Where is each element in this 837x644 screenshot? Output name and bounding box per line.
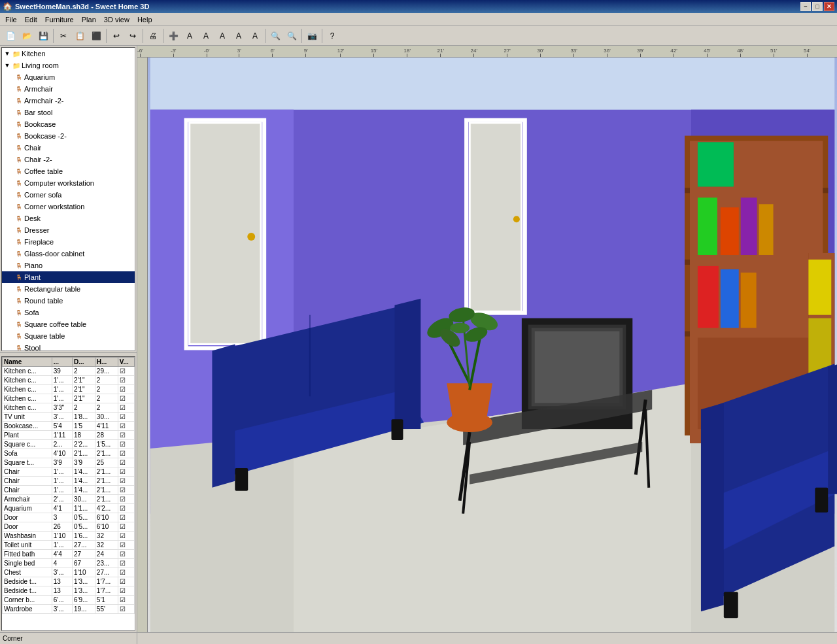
menu-item-furniture[interactable]: Furniture — [41, 14, 78, 25]
table-row[interactable]: Bedside t...131'3...1'7...☑ — [3, 586, 135, 596]
tree-item-bar-stool[interactable]: 🪑Bar stool — [2, 107, 135, 118]
tree-item-piano[interactable]: 🪑Piano — [2, 260, 135, 271]
toolbar-separator — [163, 29, 163, 43]
toolbar-button[interactable]: A — [247, 28, 263, 44]
table-row[interactable]: Kitchen c...39229...☑ — [3, 367, 135, 376]
tree-view[interactable]: ▼📁Kitchen▼📁Living room🪑Aquarium🪑Armchair… — [1, 47, 135, 351]
tree-item-glass-door-cabinet[interactable]: 🪑Glass-door cabinet — [2, 248, 135, 260]
table-row[interactable]: Corner b...6'...6'9...5'1☑ — [3, 596, 135, 605]
tree-item-bookcase[interactable]: 🪑Bookcase — [2, 118, 135, 130]
tree-item-armchair--2-[interactable]: 🪑Armchair -2- — [2, 95, 135, 107]
menu-item-plan[interactable]: Plan — [78, 14, 100, 25]
tree-item-fireplace[interactable]: 🪑Fireplace — [2, 236, 135, 248]
table-row[interactable]: Sofa4'102'1...2'1...☑ — [3, 449, 135, 458]
table-row[interactable]: Door30'5...6'10☑ — [3, 513, 135, 522]
table-row[interactable]: Bookcase...5'41'54'11☑ — [3, 422, 135, 431]
table-cell: 6'10 — [95, 522, 118, 532]
tree-item-plant[interactable]: 🪑Plant — [2, 271, 135, 283]
table-column-header[interactable]: Name — [3, 358, 52, 367]
table-row[interactable]: Fitted bath4'42724☑ — [3, 550, 135, 559]
table-row[interactable]: Kitchen c...3'3"22☑ — [3, 403, 135, 413]
table-row[interactable]: Kitchen c...1'...2'1"2☑ — [3, 385, 135, 394]
tree-item-corner-sofa[interactable]: 🪑Corner sofa — [2, 189, 135, 201]
toolbar-button[interactable]: A — [214, 28, 230, 44]
table-row[interactable]: Kitchen c...1'...2'1"2☑ — [3, 394, 135, 403]
tree-item-rectangular-table[interactable]: 🪑Rectangular table — [2, 283, 135, 295]
table-column-header[interactable]: V... — [118, 358, 134, 367]
table-row[interactable]: Chair1'...1'4...2'1...☑ — [3, 486, 135, 495]
toolbar-button[interactable]: ⬛ — [88, 28, 104, 44]
minimize-button[interactable]: − — [800, 2, 811, 11]
3d-view[interactable]: -6'-3'-0'3'6'9'12'15'18'21'24'27'30'33'3… — [137, 46, 837, 644]
toolbar-button[interactable]: 📷 — [304, 28, 320, 44]
toolbar-button[interactable]: 🔍 — [267, 28, 283, 44]
toolbar-button[interactable]: A — [231, 28, 247, 44]
toolbar-button[interactable]: ? — [324, 28, 340, 44]
tree-item-square-table[interactable]: 🪑Square table — [2, 330, 135, 342]
table-row[interactable]: Wardrobe3'...19...55'☑ — [3, 605, 135, 614]
tree-item-dresser[interactable]: 🪑Dresser — [2, 224, 135, 236]
tree-item-computer-workstation[interactable]: 🪑Computer workstation — [2, 177, 135, 189]
toolbar-button[interactable]: A — [198, 28, 214, 44]
ruler-label: 30' — [537, 48, 543, 54]
table-row[interactable]: Washbasin1'101'6...32☑ — [3, 532, 135, 541]
tree-item-living-room[interactable]: ▼📁Living room — [2, 59, 135, 71]
table-row[interactable]: Single bed46723...☑ — [3, 559, 135, 568]
table-row[interactable]: Aquarium4'11'1...4'2...☑ — [3, 504, 135, 513]
tree-item-stool[interactable]: 🪑Stool — [2, 342, 135, 351]
tree-item-chair--2-[interactable]: 🪑Chair -2- — [2, 154, 135, 165]
table-row[interactable]: TV unit3'...1'8...30...☑ — [3, 413, 135, 422]
table-column-header[interactable]: ... — [52, 358, 72, 367]
menu-item-file[interactable]: File — [1, 14, 21, 25]
expand-icon[interactable]: ▼ — [3, 50, 11, 58]
table-row[interactable]: Toilet unit1'...27...32☑ — [3, 541, 135, 550]
table-cell: 32 — [95, 532, 118, 541]
toolbar-button[interactable]: 📂 — [19, 28, 35, 44]
tree-item-corner-workstation[interactable]: 🪑Corner workstation — [2, 201, 135, 212]
tree-item-kitchen[interactable]: ▼📁Kitchen — [2, 48, 135, 59]
toolbar-button[interactable]: ↩ — [109, 28, 124, 44]
titlebar-controls[interactable]: − □ ✕ — [800, 2, 834, 11]
toolbar-button[interactable]: A — [182, 28, 197, 44]
toolbar-button[interactable]: ✂ — [56, 28, 71, 44]
table-row[interactable]: Chair1'...1'4...2'1...☑ — [3, 477, 135, 486]
ruler-label: 54' — [804, 48, 810, 54]
toolbar-button[interactable]: 📋 — [72, 28, 88, 44]
table-column-header[interactable]: D... — [72, 358, 95, 367]
table-row[interactable]: Kitchen c...1'...2'1"2☑ — [3, 376, 135, 385]
panel-resize-handle[interactable] — [0, 352, 137, 355]
toolbar-button[interactable]: 🔍 — [284, 28, 299, 44]
tree-item-sofa[interactable]: 🪑Sofa — [2, 307, 135, 318]
close-button[interactable]: ✕ — [824, 2, 834, 11]
maximize-button[interactable]: □ — [812, 2, 823, 11]
tree-item-armchair[interactable]: 🪑Armchair — [2, 83, 135, 95]
data-table-container[interactable]: Name...D...H...V... Kitchen c...39229...… — [1, 356, 135, 631]
toolbar-button[interactable]: 🖨 — [145, 28, 161, 44]
table-row[interactable]: Door260'5...6'10☑ — [3, 522, 135, 532]
toolbar-button[interactable]: 💾 — [35, 28, 51, 44]
table-row[interactable]: Plant1'111828☑ — [3, 431, 135, 440]
table-row[interactable]: Chest3'...1'1027...☑ — [3, 568, 135, 577]
tree-item-aquarium[interactable]: 🪑Aquarium — [2, 71, 135, 83]
expand-icon[interactable]: ▼ — [3, 61, 11, 69]
tree-item-round-table[interactable]: 🪑Round table — [2, 295, 135, 307]
toolbar-button[interactable]: ➕ — [165, 28, 181, 44]
table-cell: 6'10 — [95, 513, 118, 522]
menu-item-edit[interactable]: Edit — [21, 14, 41, 25]
table-column-header[interactable]: H... — [95, 358, 118, 367]
table-row[interactable]: Chair1'...1'4...2'1...☑ — [3, 467, 135, 477]
tree-item-desk[interactable]: 🪑Desk — [2, 212, 135, 224]
tree-item-bookcase--2-[interactable]: 🪑Bookcase -2- — [2, 130, 135, 142]
tree-item-chair[interactable]: 🪑Chair — [2, 142, 135, 154]
table-row[interactable]: Armchair2'...30...2'1...☑ — [3, 495, 135, 504]
menu-item-help[interactable]: Help — [133, 14, 156, 25]
table-row[interactable]: Square t...3'93'925☑ — [3, 458, 135, 467]
table-row[interactable]: Square c...2...2'2...1'5...☑ — [3, 440, 135, 449]
toolbar-button[interactable]: ↪ — [125, 28, 141, 44]
tree-item-coffee-table[interactable]: 🪑Coffee table — [2, 165, 135, 177]
table-row[interactable]: Bedside t...131'3...1'7...☑ — [3, 577, 135, 586]
toolbar-button[interactable]: 📄 — [3, 28, 18, 44]
tree-item-square-coffee-table[interactable]: 🪑Square coffee table — [2, 318, 135, 330]
tree-item-label: Rectangular table — [24, 285, 80, 293]
menu-item-3d-view[interactable]: 3D view — [100, 14, 133, 25]
